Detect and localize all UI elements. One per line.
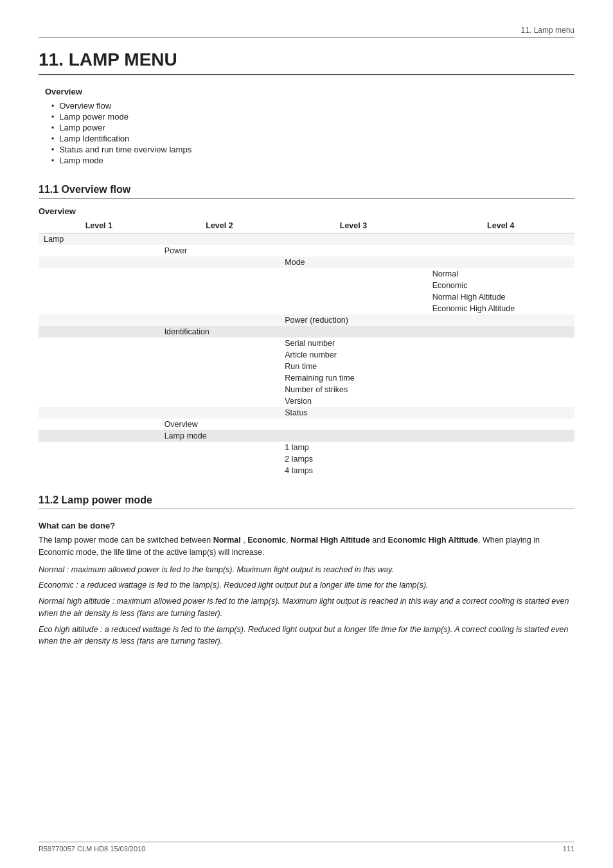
footer-left: R59770057 CLM HD8 15/03/2010	[39, 845, 145, 853]
what-can-be-done-heading: What can be done?	[39, 521, 574, 530]
table-row: Number of strikes	[39, 384, 574, 395]
col-header-l2: Level 2	[159, 219, 280, 233]
chapter-title: 11. LAMP MENU	[39, 50, 574, 75]
table-row: Remaining run time	[39, 372, 574, 384]
overview-section: Overview Overview flow Lamp power mode L…	[39, 87, 574, 166]
table-row: Serial number	[39, 338, 574, 349]
col-header-l4: Level 4	[427, 219, 574, 233]
table-row: Normal	[39, 268, 574, 280]
table-row: Economic High Altitude	[39, 303, 574, 314]
col-header-l3: Level 3	[280, 219, 427, 233]
col-header-l1: Level 1	[39, 219, 159, 233]
eco-high-altitude-description: Eco high altitude : a reduced wattage is…	[39, 624, 574, 648]
table-row: Version	[39, 395, 574, 407]
overview-table-container: Overview Level 1 Level 2 Level 3 Level 4…	[39, 206, 574, 476]
table-row: Overview	[39, 419, 574, 430]
list-item: Status and run time overview lamps	[51, 144, 574, 155]
overview-flow-table: Level 1 Level 2 Level 3 Level 4 LampPowe…	[39, 219, 574, 476]
table-row: Power	[39, 245, 574, 257]
table-row: Normal High Altitude	[39, 291, 574, 303]
footer-right: 111	[563, 845, 574, 853]
table-overview-label: Overview	[39, 206, 574, 216]
table-row: Status	[39, 407, 574, 419]
overview-list: Overview flow Lamp power mode Lamp power…	[45, 100, 574, 166]
header-text: 11. Lamp menu	[521, 26, 574, 35]
table-row: Identification	[39, 326, 574, 338]
list-item: Lamp Identification	[51, 133, 574, 144]
table-row: Mode	[39, 257, 574, 268]
section-11-2-heading: 11.2 Lamp power mode	[39, 494, 574, 509]
page-footer: R59770057 CLM HD8 15/03/2010 111	[39, 842, 574, 853]
table-row: Lamp mode	[39, 430, 574, 442]
normal-description: Normal : maximum allowed power is fed to…	[39, 564, 574, 576]
lamp-power-intro: The lamp power mode can be switched betw…	[39, 534, 574, 559]
table-row: 2 lamps	[39, 453, 574, 465]
table-row: Lamp	[39, 233, 574, 246]
table-row: 4 lamps	[39, 465, 574, 476]
section-11-1-heading: 11.1 Overview flow	[39, 184, 574, 199]
table-row: Article number	[39, 349, 574, 361]
list-item: Lamp power	[51, 122, 574, 133]
economic-description: Economic : a reduced wattage is fed to t…	[39, 579, 574, 592]
lamp-power-mode-section: What can be done? The lamp power mode ca…	[39, 521, 574, 647]
table-row: 1 lamp	[39, 442, 574, 453]
page-header: 11. Lamp menu	[39, 26, 574, 38]
table-row: Power (reduction)	[39, 314, 574, 326]
normal-high-altitude-description: Normal high altitude : maximum allowed p…	[39, 595, 574, 620]
overview-heading: Overview	[45, 87, 574, 96]
table-row: Economic	[39, 280, 574, 291]
list-item: Overview flow	[51, 100, 574, 111]
list-item: Lamp mode	[51, 155, 574, 166]
list-item: Lamp power mode	[51, 111, 574, 122]
table-row: Run time	[39, 361, 574, 372]
